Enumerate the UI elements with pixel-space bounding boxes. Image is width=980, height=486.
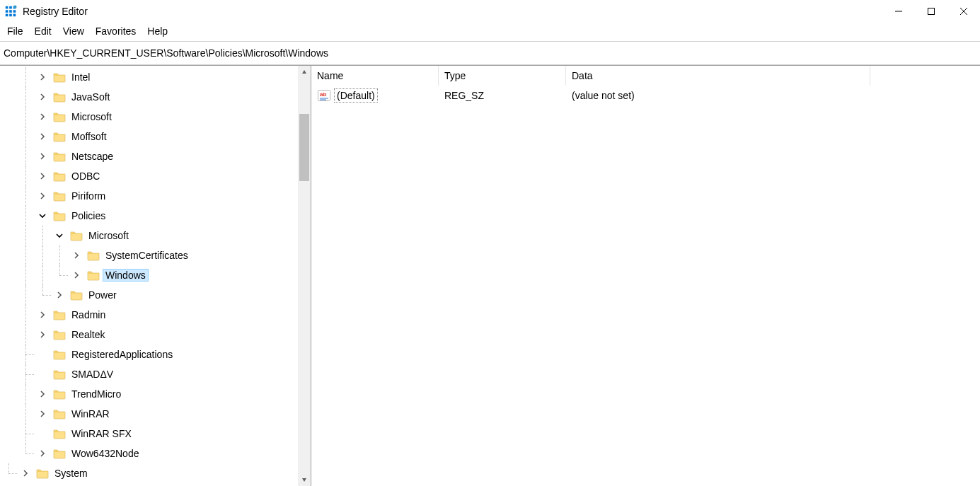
value-data: (value not set) bbox=[566, 90, 870, 101]
chevron-right-icon[interactable] bbox=[36, 91, 49, 103]
menu-favorites[interactable]: Favorites bbox=[90, 24, 142, 40]
column-data[interactable]: Data bbox=[566, 66, 870, 86]
chevron-right-icon[interactable] bbox=[36, 308, 49, 321]
folder-icon bbox=[52, 71, 67, 83]
scroll-up-button[interactable] bbox=[298, 66, 311, 79]
chevron-down-icon[interactable] bbox=[36, 209, 49, 222]
minimize-button[interactable] bbox=[882, 0, 915, 23]
tree-item[interactable]: TrendMicro bbox=[0, 384, 298, 404]
tree-item[interactable]: Piriform bbox=[0, 186, 298, 206]
tree-item-label: Radmin bbox=[69, 309, 108, 320]
values-header: Name Type Data bbox=[311, 66, 980, 86]
tree-item[interactable]: WinRAR bbox=[0, 404, 298, 424]
tree-item[interactable]: Moffsoft bbox=[0, 127, 298, 146]
svg-rect-1 bbox=[6, 6, 8, 9]
tree-item-label: Wow6432Node bbox=[69, 448, 141, 459]
menu-edit[interactable]: Edit bbox=[29, 24, 57, 40]
tree-item[interactable]: ODBC bbox=[0, 166, 298, 186]
menu-bar: File Edit View Favorites Help bbox=[0, 23, 980, 41]
tree-item[interactable]: Wow6432Node bbox=[0, 444, 298, 463]
chevron-right-icon[interactable] bbox=[36, 328, 49, 341]
chevron-right-icon[interactable] bbox=[36, 190, 49, 202]
values-list[interactable]: ab (Default)REG_SZ(value not set) bbox=[311, 86, 980, 486]
tree-item-label: RegisteredApplications bbox=[69, 349, 175, 360]
tree-item[interactable]: Netscape bbox=[0, 146, 298, 166]
tree-item[interactable]: JavaSoft bbox=[0, 87, 298, 107]
value-type: REG_SZ bbox=[439, 90, 566, 101]
tree-item[interactable]: Microsoft bbox=[0, 107, 298, 127]
svg-rect-12 bbox=[928, 8, 935, 15]
chevron-right-icon[interactable] bbox=[19, 467, 32, 480]
column-type[interactable]: Type bbox=[439, 66, 566, 86]
scroll-track[interactable] bbox=[298, 79, 311, 473]
svg-marker-15 bbox=[302, 70, 306, 74]
tree-item[interactable]: Microsoft bbox=[0, 226, 298, 245]
scroll-down-button[interactable] bbox=[298, 473, 311, 486]
svg-rect-2 bbox=[9, 6, 12, 9]
tree-item[interactable]: SystemCertificates bbox=[0, 245, 298, 265]
address-bar[interactable]: Computer\HKEY_CURRENT_USER\Software\Poli… bbox=[1, 43, 979, 63]
folder-icon bbox=[86, 269, 100, 282]
chevron-down-icon[interactable] bbox=[53, 229, 66, 242]
chevron-right-icon[interactable] bbox=[70, 269, 83, 282]
chevron-right-icon[interactable] bbox=[53, 289, 66, 301]
chevron-right-icon[interactable] bbox=[36, 130, 49, 143]
folder-icon bbox=[52, 209, 67, 222]
tree-item[interactable]: Radmin bbox=[0, 305, 298, 325]
tree-item[interactable]: Realtek bbox=[0, 325, 298, 345]
folder-icon bbox=[52, 388, 67, 400]
folder-icon bbox=[52, 110, 67, 123]
tree-item-label: TrendMicro bbox=[69, 388, 123, 400]
value-row[interactable]: ab (Default)REG_SZ(value not set) bbox=[311, 86, 980, 105]
tree-item-label: SystemCertificates bbox=[103, 250, 190, 261]
folder-icon bbox=[52, 190, 67, 202]
tree-item[interactable]: Policies bbox=[0, 206, 298, 226]
tree-item[interactable]: Windows bbox=[0, 265, 298, 285]
tree-item-label: Microsoft bbox=[86, 230, 131, 241]
title-bar: Registry Editor bbox=[0, 0, 980, 23]
chevron-right-icon[interactable] bbox=[36, 388, 49, 400]
value-name: (Default) bbox=[334, 88, 378, 103]
menu-file[interactable]: File bbox=[1, 24, 29, 40]
chevron-right-icon[interactable] bbox=[70, 249, 83, 262]
folder-icon bbox=[52, 91, 67, 103]
chevron-right-icon[interactable] bbox=[36, 150, 49, 163]
folder-icon bbox=[52, 150, 67, 163]
svg-text:ab: ab bbox=[320, 91, 326, 98]
maximize-button[interactable] bbox=[915, 0, 947, 23]
tree-item[interactable]: Power bbox=[0, 285, 298, 305]
chevron-right-icon[interactable] bbox=[36, 71, 49, 83]
tree-item[interactable]: WinRAR SFX bbox=[0, 424, 298, 444]
close-button[interactable] bbox=[947, 0, 980, 23]
menu-view[interactable]: View bbox=[57, 24, 90, 40]
chevron-right-icon[interactable] bbox=[36, 407, 49, 420]
chevron-right-icon[interactable] bbox=[36, 110, 49, 123]
registry-tree[interactable]: Intel JavaSoft Microsoft Moffsoft Netsca… bbox=[0, 66, 298, 485]
tree-panel: Intel JavaSoft Microsoft Moffsoft Netsca… bbox=[0, 66, 311, 486]
svg-rect-7 bbox=[6, 14, 8, 17]
tree-item[interactable]: System bbox=[0, 463, 298, 483]
tree-item-label: WinRAR SFX bbox=[69, 428, 134, 439]
svg-rect-9 bbox=[13, 14, 16, 17]
menu-help[interactable]: Help bbox=[142, 24, 173, 40]
address-path: Computer\HKEY_CURRENT_USER\Software\Poli… bbox=[4, 47, 328, 59]
app-icon bbox=[4, 5, 17, 18]
values-panel: Name Type Data ab (Default)REG_SZ(value … bbox=[311, 66, 980, 486]
folder-icon bbox=[35, 467, 50, 480]
folder-icon bbox=[69, 289, 83, 301]
scroll-thumb[interactable] bbox=[299, 114, 309, 181]
chevron-right-icon[interactable] bbox=[36, 447, 49, 460]
tree-item-label: ODBC bbox=[69, 170, 102, 182]
folder-icon bbox=[52, 368, 67, 381]
folder-icon bbox=[52, 447, 67, 460]
tree-scrollbar[interactable] bbox=[298, 66, 311, 486]
folder-icon bbox=[52, 407, 67, 420]
column-name[interactable]: Name bbox=[311, 66, 439, 86]
folder-icon bbox=[52, 427, 67, 440]
tree-item-label: Microsoft bbox=[69, 111, 114, 122]
chevron-right-icon[interactable] bbox=[36, 170, 49, 183]
tree-item[interactable]: SMADΔV bbox=[0, 364, 298, 384]
tree-item[interactable]: RegisteredApplications bbox=[0, 345, 298, 364]
tree-item[interactable]: Intel bbox=[0, 67, 298, 87]
folder-icon bbox=[52, 130, 67, 143]
